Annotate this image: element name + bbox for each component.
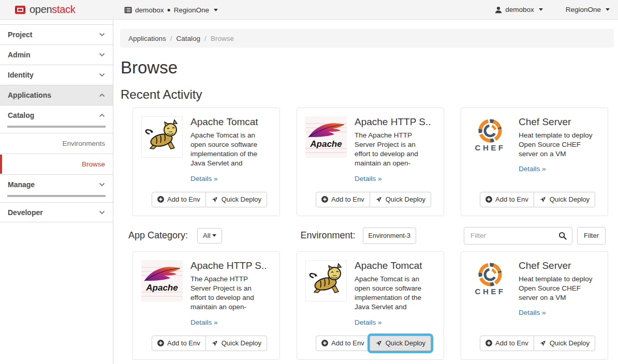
region-menu-label: RegionOne	[566, 6, 601, 13]
add-to-env-button[interactable]: Add to Env	[152, 336, 206, 351]
chef-logo: CHEF	[469, 116, 511, 158]
sidebar-item-project[interactable]: Project	[0, 24, 113, 44]
chevron-down-icon	[99, 53, 105, 57]
apache-logo: Apache	[305, 116, 347, 158]
chevron-down-icon	[99, 73, 105, 77]
app-card-tomcat: Apache Tomcat Apache Tomcat is an open s…	[297, 251, 444, 360]
page-title: Browse	[121, 59, 614, 77]
filter-input[interactable]	[464, 227, 572, 245]
user-icon	[495, 6, 502, 13]
apache-logo-text: Apache	[310, 139, 342, 149]
chevron-up-icon	[99, 113, 105, 117]
openstack-logo[interactable]: openstack	[14, 4, 75, 16]
caret-down-icon	[539, 8, 543, 11]
sidebar-item-developer[interactable]: Developer	[0, 202, 113, 222]
caret-down-icon	[606, 8, 610, 11]
caret-down-icon	[214, 9, 218, 11]
chevron-up-icon	[99, 93, 105, 97]
quick-deploy-button[interactable]: Quick Deploy	[534, 192, 595, 207]
project-list-icon	[124, 7, 132, 13]
region-menu[interactable]: RegionOne	[566, 6, 610, 13]
quick-deploy-button-highlighted[interactable]: Quick Deploy	[370, 336, 431, 351]
details-link[interactable]: Details »	[190, 175, 218, 183]
app-title: Apache HTTP S..	[190, 260, 269, 272]
add-to-env-button[interactable]: Add to Env	[316, 336, 370, 351]
details-link[interactable]: Details »	[519, 165, 546, 173]
user-menu[interactable]: demobox	[495, 6, 543, 13]
app-card-apache-http: Apache Apache HTTP S.. The Apache HTTP S…	[133, 251, 280, 360]
add-to-env-button[interactable]: Add to Env	[316, 192, 370, 207]
breadcrumb: Applications / Catalog / Browse	[120, 29, 614, 48]
recent-activity-cards: Apache Tomcat Apache Tomcat is an open s…	[133, 108, 614, 216]
app-title: Chef Server	[519, 116, 597, 128]
chevron-down-icon	[99, 210, 105, 215]
plus-circle-icon	[321, 340, 328, 346]
app-category-dropdown[interactable]: All	[197, 228, 222, 244]
plus-circle-icon	[485, 340, 492, 346]
quick-deploy-button[interactable]: Quick Deploy	[370, 192, 431, 207]
card-button-group: Add to Env Quick Deploy	[152, 336, 267, 351]
details-link[interactable]: Details »	[355, 318, 382, 326]
details-link[interactable]: Details »	[519, 309, 546, 316]
top-header-bar: openstack demobox ● RegionOne demobox Re…	[0, 0, 618, 20]
app-description: The Apache HTTP Server Project is an eff…	[355, 131, 433, 169]
tomcat-logo	[141, 116, 183, 158]
details-link[interactable]: Details »	[190, 318, 218, 326]
search-icon[interactable]	[558, 232, 567, 242]
chef-logo-text: CHEF	[475, 143, 506, 152]
quick-deploy-button[interactable]: Quick Deploy	[205, 336, 267, 351]
chef-logo: CHEF	[469, 260, 511, 301]
environment-selector-button[interactable]: Environment-3	[363, 228, 416, 244]
sidebar-divider	[7, 126, 106, 128]
rocket-icon	[375, 196, 382, 203]
add-to-env-button[interactable]: Add to Env	[152, 192, 206, 207]
plus-circle-icon	[321, 196, 328, 203]
quick-deploy-button[interactable]: Quick Deploy	[205, 192, 267, 207]
environment-label: Environment:	[301, 230, 356, 241]
app-card-apache-http: Apache Apache HTTP S.. The Apache HTTP S…	[297, 108, 444, 216]
app-title: Apache Tomcat	[190, 116, 269, 128]
breadcrumb-catalog[interactable]: Catalog	[176, 35, 201, 42]
app-description: Heat template to deploy Open Source CHEF…	[519, 131, 597, 159]
context-region: RegionOne	[174, 6, 209, 14]
add-to-env-button[interactable]: Add to Env	[480, 192, 534, 207]
app-title: Chef Server	[519, 260, 597, 272]
sidebar-item-catalog[interactable]: Catalog	[0, 105, 113, 133]
sidebar-item-applications[interactable]: Applications	[0, 85, 113, 105]
rocket-icon	[211, 340, 218, 347]
app-description: Apache Tomcat is an open source software…	[355, 275, 433, 312]
sidebar-item-identity[interactable]: Identity	[0, 65, 113, 85]
plus-circle-icon	[157, 340, 164, 346]
card-button-group: Add to Env Quick Deploy	[480, 336, 595, 351]
openstack-wordmark: openstack	[30, 4, 75, 16]
rocket-icon	[539, 196, 547, 203]
tomcat-logo	[305, 260, 347, 301]
chef-logo-text: CHEF	[475, 287, 506, 296]
filter-submit-button[interactable]: Filter	[577, 227, 606, 245]
chevron-down-icon	[99, 33, 105, 37]
card-button-group: Add to Env Quick Deploy	[152, 192, 267, 207]
sidebar-item-browse[interactable]: Browse	[0, 154, 113, 174]
quick-deploy-button[interactable]: Quick Deploy	[534, 336, 595, 351]
card-button-group: Add to Env Quick Deploy	[316, 336, 431, 351]
rocket-icon	[539, 340, 547, 347]
app-description: The Apache HTTP Server Project is an eff…	[190, 275, 269, 312]
add-to-env-button[interactable]: Add to Env	[480, 336, 534, 351]
card-button-group: Add to Env Quick Deploy	[480, 192, 595, 207]
apache-logo-text: Apache	[145, 283, 178, 293]
chevron-down-icon	[99, 183, 105, 187]
details-link[interactable]: Details »	[355, 175, 382, 183]
sidebar-item-environments[interactable]: Environments	[0, 133, 113, 154]
context-bullet: ●	[167, 6, 171, 13]
main-content: Applications / Catalog / Browse Browse R…	[120, 20, 614, 360]
apache-logo: Apache	[141, 260, 183, 301]
openstack-logo-icon	[14, 4, 26, 16]
sidebar-item-admin[interactable]: Admin	[0, 44, 113, 65]
sidebar-item-manage[interactable]: Manage	[0, 174, 113, 202]
card-button-group: Add to Env Quick Deploy	[316, 192, 431, 207]
breadcrumb-applications[interactable]: Applications	[128, 35, 166, 42]
filter-search	[464, 227, 572, 245]
app-title: Apache Tomcat	[355, 260, 433, 272]
breadcrumb-current: Browse	[211, 35, 234, 42]
project-region-switcher[interactable]: demobox ● RegionOne	[124, 0, 218, 20]
